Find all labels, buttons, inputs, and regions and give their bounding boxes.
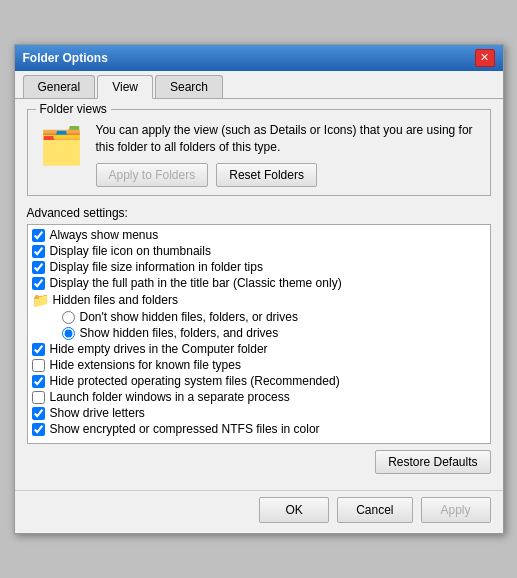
show-encrypted-label: Show encrypted or compressed NTFS files …: [50, 422, 320, 436]
show-hidden-radio[interactable]: [62, 327, 75, 340]
launch-folder-label: Launch folder windows in a separate proc…: [50, 390, 290, 404]
folder-options-window: Folder Options ✕ General View Search Fol…: [14, 44, 504, 535]
reset-folders-button[interactable]: Reset Folders: [216, 163, 317, 187]
main-content: Folder views 🗂️ You can apply the view (…: [15, 99, 503, 491]
bottom-buttons: OK Cancel Apply: [15, 490, 503, 533]
list-item[interactable]: Show hidden files, folders, and drives: [28, 325, 490, 341]
hidden-files-label: Hidden files and folders: [53, 293, 178, 307]
folder-icon: 🗂️: [38, 122, 86, 170]
hide-extensions-checkbox[interactable]: [32, 359, 45, 372]
close-button[interactable]: ✕: [475, 49, 495, 67]
tab-bar: General View Search: [15, 71, 503, 99]
restore-defaults-button[interactable]: Restore Defaults: [375, 450, 490, 474]
folder-small-icon: 📁: [32, 292, 49, 308]
window-title: Folder Options: [23, 51, 108, 65]
apply-button[interactable]: Apply: [421, 497, 491, 523]
list-item[interactable]: Display file size information in folder …: [28, 259, 490, 275]
title-bar: Folder Options ✕: [15, 45, 503, 71]
hide-extensions-label: Hide extensions for known file types: [50, 358, 241, 372]
always-show-menus-label: Always show menus: [50, 228, 159, 242]
list-item[interactable]: Hide protected operating system files (R…: [28, 373, 490, 389]
list-item[interactable]: Launch folder windows in a separate proc…: [28, 389, 490, 405]
list-item[interactable]: Show encrypted or compressed NTFS files …: [28, 421, 490, 437]
cancel-button[interactable]: Cancel: [337, 497, 412, 523]
list-item[interactable]: Don't show hidden files, folders, or dri…: [28, 309, 490, 325]
advanced-settings-label: Advanced settings:: [27, 206, 491, 220]
folder-views-description: You can apply the view (such as Details …: [96, 122, 480, 156]
folder-views-content: You can apply the view (such as Details …: [96, 122, 480, 188]
tab-view[interactable]: View: [97, 75, 153, 99]
folder-views-inner: 🗂️ You can apply the view (such as Detai…: [38, 122, 480, 188]
ok-button[interactable]: OK: [259, 497, 329, 523]
list-item[interactable]: Show drive letters: [28, 405, 490, 421]
dont-show-hidden-label: Don't show hidden files, folders, or dri…: [80, 310, 298, 324]
folder-views-group: Folder views 🗂️ You can apply the view (…: [27, 109, 491, 197]
list-item[interactable]: Display file icon on thumbnails: [28, 243, 490, 259]
display-full-path-checkbox[interactable]: [32, 277, 45, 290]
display-file-icon-checkbox[interactable]: [32, 245, 45, 258]
display-file-icon-label: Display file icon on thumbnails: [50, 244, 211, 258]
list-item[interactable]: Always show menus: [28, 227, 490, 243]
hide-empty-drives-label: Hide empty drives in the Computer folder: [50, 342, 268, 356]
restore-defaults-row: Restore Defaults: [27, 450, 491, 474]
hide-protected-checkbox[interactable]: [32, 375, 45, 388]
show-drive-letters-label: Show drive letters: [50, 406, 145, 420]
show-hidden-label: Show hidden files, folders, and drives: [80, 326, 279, 340]
display-full-path-label: Display the full path in the title bar (…: [50, 276, 342, 290]
tab-search[interactable]: Search: [155, 75, 223, 98]
hide-protected-label: Hide protected operating system files (R…: [50, 374, 340, 388]
dont-show-hidden-radio[interactable]: [62, 311, 75, 324]
display-file-size-label: Display file size information in folder …: [50, 260, 263, 274]
launch-folder-checkbox[interactable]: [32, 391, 45, 404]
tab-general[interactable]: General: [23, 75, 96, 98]
folder-views-label: Folder views: [36, 102, 111, 116]
hide-empty-drives-checkbox[interactable]: [32, 343, 45, 356]
show-encrypted-checkbox[interactable]: [32, 423, 45, 436]
hidden-files-folder-item: 📁 Hidden files and folders: [28, 291, 490, 309]
display-file-size-checkbox[interactable]: [32, 261, 45, 274]
advanced-settings-list[interactable]: Always show menus Display file icon on t…: [27, 224, 491, 444]
always-show-menus-checkbox[interactable]: [32, 229, 45, 242]
list-item[interactable]: Hide empty drives in the Computer folder: [28, 341, 490, 357]
folder-views-buttons: Apply to Folders Reset Folders: [96, 163, 480, 187]
list-item[interactable]: Hide extensions for known file types: [28, 357, 490, 373]
show-drive-letters-checkbox[interactable]: [32, 407, 45, 420]
apply-to-folders-button[interactable]: Apply to Folders: [96, 163, 209, 187]
list-item[interactable]: Display the full path in the title bar (…: [28, 275, 490, 291]
